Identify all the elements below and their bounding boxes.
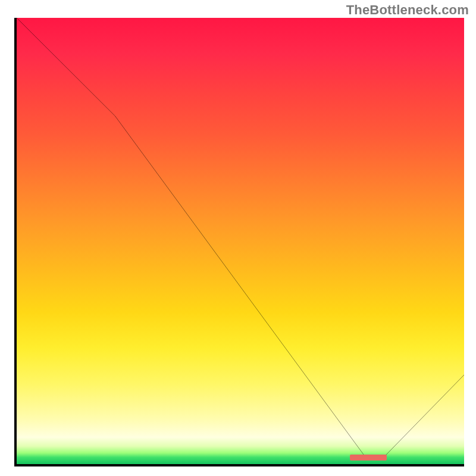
optimal-range-marker bbox=[350, 455, 387, 461]
chart-container: TheBottleneck.com bbox=[0, 0, 476, 476]
plot-area bbox=[14, 18, 464, 466]
watermark-text: TheBottleneck.com bbox=[346, 2, 469, 18]
bottleneck-curve bbox=[17, 18, 464, 464]
